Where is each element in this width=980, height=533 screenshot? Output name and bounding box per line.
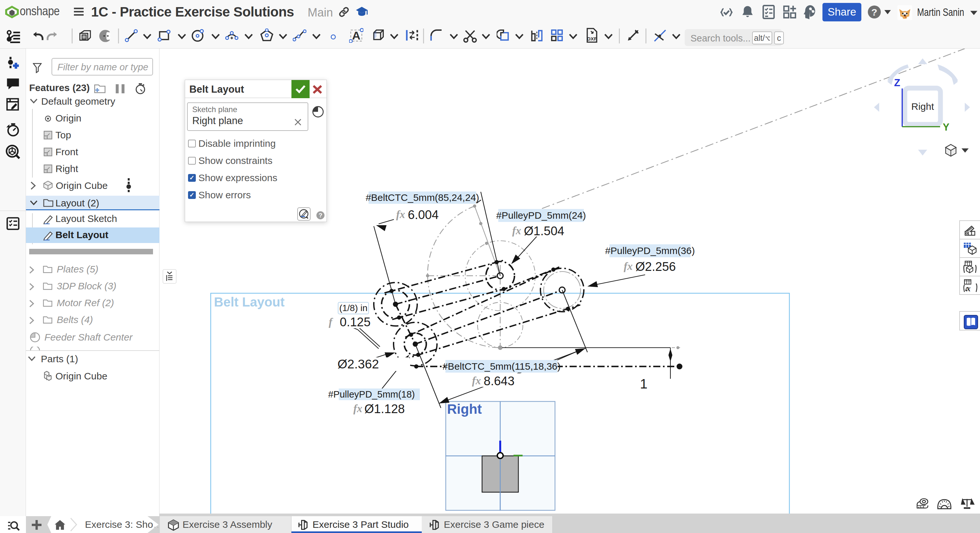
svg-text:1: 1 bbox=[640, 376, 648, 392]
svg-text:6.004: 6.004 bbox=[408, 208, 439, 222]
svg-text:#PulleyPD_5mm(36): #PulleyPD_5mm(36) bbox=[605, 245, 695, 256]
svg-text:Right: Right bbox=[447, 401, 482, 417]
svg-text:#PulleyPD_5mm(24): #PulleyPD_5mm(24) bbox=[496, 210, 586, 220]
svg-text:Belt Layout: Belt Layout bbox=[214, 295, 285, 309]
svg-text:8.643: 8.643 bbox=[484, 374, 514, 388]
svg-text:Ø2.362: Ø2.362 bbox=[337, 357, 379, 371]
svg-text:#PulleyPD_5mm(18): #PulleyPD_5mm(18) bbox=[328, 389, 415, 400]
svg-text:Ø1.128: Ø1.128 bbox=[364, 402, 405, 416]
svg-text:Y: Y bbox=[943, 122, 950, 133]
svg-text:Ø1.504: Ø1.504 bbox=[524, 224, 565, 238]
svg-text:fx: fx bbox=[624, 260, 633, 272]
svg-text:Right: Right bbox=[911, 101, 934, 112]
svg-text:#BeltCTC_5mm(85,24,24): #BeltCTC_5mm(85,24,24) bbox=[366, 192, 479, 203]
svg-text:Z: Z bbox=[894, 77, 900, 89]
svg-text:fx: fx bbox=[396, 209, 405, 220]
svg-text:fx: fx bbox=[353, 403, 363, 414]
svg-text:#BeltCTC_5mm(115,18,36): #BeltCTC_5mm(115,18,36) bbox=[442, 361, 561, 372]
svg-text:0.125: 0.125 bbox=[340, 315, 371, 329]
svg-text:(1/8) in: (1/8) in bbox=[339, 303, 367, 313]
svg-text:fx: fx bbox=[512, 225, 521, 236]
svg-text:Ø2.256: Ø2.256 bbox=[635, 260, 676, 273]
svg-text:x: x bbox=[966, 284, 970, 293]
svg-text:fx: fx bbox=[472, 375, 481, 387]
